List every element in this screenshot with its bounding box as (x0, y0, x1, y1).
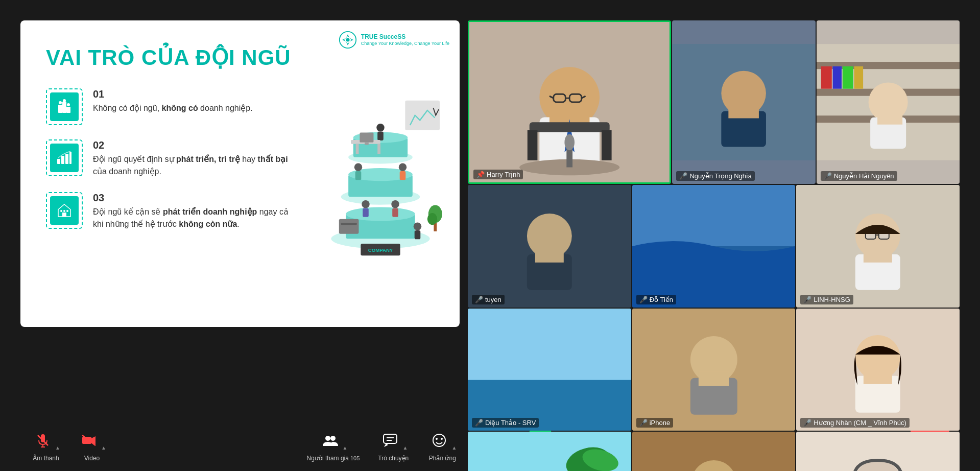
svg-point-15 (63, 210, 65, 212)
svg-rect-49 (339, 219, 359, 234)
slide-icon-1 (46, 88, 83, 125)
video-row-2: 🎤 tuyen 🎤 Đỗ Tiến (468, 185, 960, 308)
svg-point-5 (59, 101, 62, 104)
reactions-arrow[interactable]: ▲ (451, 445, 457, 451)
svg-rect-79 (854, 66, 863, 89)
slide-logo: TRUE SucceSS Change Your Knowledge, Chan… (339, 31, 449, 49)
reactions-label: Phản ứng (429, 455, 456, 462)
video-cell-dotien: 🎤 Đỗ Tiến (632, 185, 796, 308)
svg-rect-62 (528, 130, 538, 160)
video-button[interactable]: ▲ Video (77, 429, 107, 462)
video-label: Video (84, 455, 100, 462)
mute-icon-dieuthao: 🎤 (475, 419, 483, 427)
video-row-1: 📌 Harry Trịnh 🎤 Nguyễn Trọng Nghĩa (468, 20, 960, 184)
svg-point-140 (441, 438, 443, 440)
svg-rect-86 (535, 248, 564, 263)
svg-point-16 (66, 210, 68, 212)
participant-name-huongnhan: 🎤 Hương Nhàn (CM _ Vĩnh Phúc) (800, 418, 909, 428)
reactions-icon (428, 429, 450, 452)
participants-button[interactable]: ▲ Người tham gia 105 (307, 429, 360, 462)
audio-button[interactable]: ▲ Âm thanh (31, 429, 61, 462)
svg-point-132 (325, 436, 330, 441)
mute-icon-tuyen: 🎤 (475, 296, 483, 303)
svg-rect-76 (821, 66, 831, 89)
mute-icon-nguyen: 🎤 (824, 172, 832, 180)
svg-rect-44 (360, 133, 373, 143)
svg-rect-29 (377, 132, 384, 140)
slide-item-3: 03 Đội ngũ kế cận sẽ phát triển doanh ng… (46, 192, 291, 230)
svg-rect-45 (365, 143, 369, 145)
item-desc-1: Không có đội ngũ, không có doanh nghiệp. (93, 102, 253, 114)
svg-rect-50 (341, 223, 357, 225)
svg-rect-10 (65, 154, 68, 164)
slide-item-2: 02 Đội ngũ quyết định sự phát triển, trì… (46, 139, 291, 178)
video-cell-vutunam: 🎤 8. Vu Tu Nam (796, 432, 960, 471)
svg-point-139 (436, 438, 438, 440)
audio-arrow[interactable]: ▲ (55, 445, 60, 451)
mute-icon-iphone: 🎤 (639, 419, 648, 427)
mute-icon-dotien: 🎤 (639, 296, 648, 303)
participant-name-nghia: 🎤 Nguyễn Trọng Nghĩa (676, 171, 755, 181)
svg-rect-37 (392, 208, 398, 217)
video-cell-nguyendiep: 🎤 Nguyen Diep (632, 432, 796, 471)
svg-point-6 (63, 99, 66, 102)
slide-item-1: 01 Không có đội ngũ, không có doanh nghi… (46, 88, 291, 125)
video-row-3: 🎤 Diệu Thảo - SRV 🎤 iPhone (468, 309, 960, 431)
svg-point-38 (414, 222, 421, 230)
video-cell-dieuthao: 🎤 Diệu Thảo - SRV (468, 309, 631, 431)
participants-arrow[interactable]: ▲ (343, 445, 348, 451)
svg-rect-98 (468, 309, 631, 380)
svg-rect-42 (356, 144, 359, 154)
slide-illustration: COMPANY (306, 51, 455, 275)
svg-rect-8 (57, 159, 60, 164)
video-row-4: 🎤 Diệu Linh 🎤 Nguyen Diep (468, 432, 960, 471)
mic-icon (32, 429, 54, 452)
video-cell-linh: 🎤 LINH-HNSG (796, 185, 960, 308)
participants-count: 105 (350, 455, 360, 461)
video-cell-huongnhan: 🎤 Hương Nhàn (CM _ Vĩnh Phúc) (796, 309, 960, 431)
svg-rect-35 (363, 208, 369, 217)
svg-rect-2 (58, 105, 62, 113)
svg-rect-103 (699, 372, 729, 386)
chat-button[interactable]: ▲ Trò chuyện (378, 429, 409, 462)
svg-point-19 (346, 207, 415, 221)
presentation-slide: TRUE SucceSS Change Your Knowledge, Chan… (20, 20, 460, 327)
item-desc-2: Đội ngũ quyết định sự phát triển, trì tr… (93, 153, 291, 178)
item-number-2: 02 (93, 139, 291, 151)
svg-rect-70 (729, 105, 759, 118)
participant-name-iphone: 🎤 iPhone (636, 418, 673, 428)
svg-rect-31 (355, 171, 362, 180)
svg-point-66 (564, 134, 575, 150)
svg-point-36 (391, 200, 399, 208)
chat-icon (379, 429, 401, 452)
slide-icon-3 (46, 192, 83, 229)
svg-point-133 (330, 436, 336, 441)
video-cell-dieulinh: 🎤 Diệu Linh (468, 432, 631, 471)
audio-label: Âm thanh (33, 455, 59, 462)
video-arrow[interactable]: ▲ (101, 445, 106, 451)
item-desc-3: Đội ngũ kế cận sẽ phát triển doanh nghiệ… (93, 206, 291, 230)
video-cell-harry: 📌 Harry Trịnh (468, 20, 671, 184)
slide-icon-2 (46, 139, 83, 176)
svg-point-30 (354, 163, 362, 171)
svg-rect-93 (864, 248, 892, 263)
participant-name-dotien: 🎤 Đỗ Tiến (636, 295, 676, 304)
svg-rect-3 (62, 102, 66, 113)
participant-name-tuyen: 🎤 tuyen (472, 295, 505, 304)
camera-icon (78, 429, 100, 452)
svg-rect-89 (632, 185, 796, 246)
participant-name-harry: 📌 Harry Trịnh (473, 170, 523, 179)
participant-name-linh: 🎤 LINH-HNSG (800, 295, 853, 304)
chat-arrow[interactable]: ▲ (402, 445, 408, 451)
svg-rect-78 (843, 66, 853, 89)
item-number-1: 01 (93, 88, 253, 100)
mute-icon-nghia: 🎤 (679, 172, 687, 180)
svg-rect-40 (405, 101, 440, 130)
svg-rect-61 (530, 122, 610, 132)
pin-icon: 📌 (476, 171, 485, 178)
svg-rect-77 (832, 66, 842, 89)
svg-rect-134 (384, 434, 397, 443)
reactions-button[interactable]: ▲ Phản ứng (427, 429, 458, 462)
mute-icon-linh: 🎤 (803, 296, 811, 303)
mute-icon-huongnhan: 🎤 (803, 419, 811, 427)
